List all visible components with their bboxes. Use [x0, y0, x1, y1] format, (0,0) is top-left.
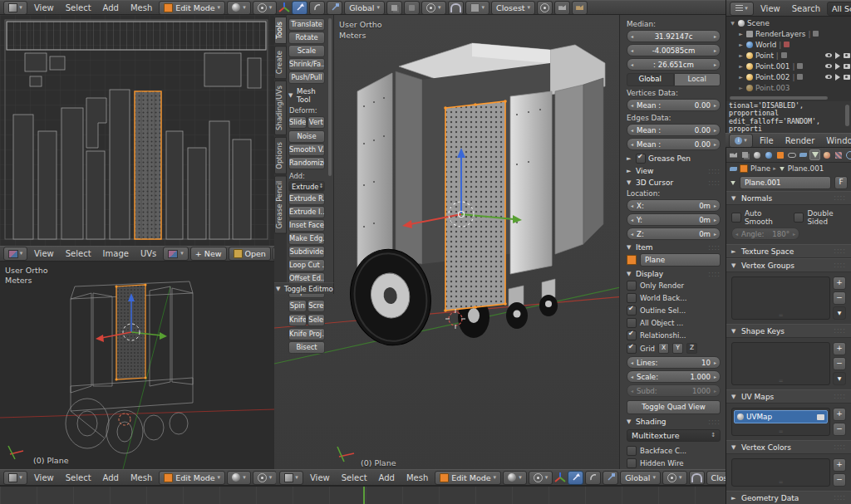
info-menu-render[interactable]: Render	[780, 136, 820, 145]
center-menu-select[interactable]: Select	[337, 473, 372, 482]
tab-constraints[interactable]	[786, 149, 797, 160]
cursor-panel-header[interactable]: ▼3D Cursor::::	[627, 179, 721, 187]
panel-grip-icon[interactable]: ::::	[708, 418, 721, 426]
snap-element-dropdown[interactable]: ▾	[465, 1, 490, 15]
view-panel-header[interactable]: ►View::::	[627, 167, 721, 175]
auto-smooth-checkbox[interactable]	[731, 213, 741, 223]
info-menu-file[interactable]: File	[755, 136, 779, 145]
center-snap-toggle[interactable]	[689, 471, 705, 485]
grid-lines-field[interactable]: ◂Lines:10▸	[627, 356, 721, 369]
randomize-button[interactable]: Randomize	[288, 157, 325, 169]
global-toggle[interactable]: Global	[627, 73, 674, 86]
vertex-color-remove-button[interactable]: −	[833, 473, 846, 487]
info-menu-window[interactable]: Window	[821, 136, 851, 145]
grid-z-toggle[interactable]: Z	[686, 343, 697, 354]
vertex-slide-button[interactable]: Vert	[307, 116, 326, 129]
fake-user-button[interactable]: F	[834, 176, 848, 189]
local-toggle[interactable]: Local	[674, 73, 721, 86]
translate-button[interactable]: Translate	[288, 18, 325, 31]
outline-selected-checkbox[interactable]	[627, 306, 637, 316]
knife-button[interactable]: Knife	[288, 314, 307, 326]
left-menu-view[interactable]: View	[29, 473, 59, 482]
uv-maps-panel-header[interactable]: ▼UV Maps::::	[726, 389, 851, 404]
tab-render-layers[interactable]	[740, 149, 750, 160]
render-animation-icon[interactable]	[572, 1, 588, 15]
cursor-x-field[interactable]: ◂X:0m▸	[627, 199, 721, 212]
vertex-colors-list[interactable]	[731, 458, 830, 487]
rotate-manipulator-button[interactable]	[309, 1, 325, 15]
outliner-display-dropdown[interactable]: All Scenes	[827, 2, 851, 16]
tab-scene[interactable]	[751, 149, 762, 160]
image-datablock-dropdown[interactable]: ▾	[163, 247, 189, 261]
backface-culling-checkbox[interactable]	[627, 446, 637, 456]
tab-physics[interactable]	[844, 149, 851, 160]
shading-panel-header[interactable]: ▼Shading::::	[627, 418, 721, 426]
panel-grip-icon[interactable]: ::::	[708, 244, 721, 252]
visibility-eye-icon[interactable]	[825, 53, 832, 57]
relationship-lines-checkbox[interactable]	[627, 330, 637, 340]
proportional-editing-dropdown[interactable]: ▾	[421, 1, 446, 15]
menu-select[interactable]: Select	[61, 3, 96, 12]
left-menu-mesh[interactable]: Mesh	[125, 473, 157, 482]
breadcrumb-data[interactable]: Plane.001	[788, 164, 824, 173]
vertex-group-add-button[interactable]: +	[833, 276, 846, 290]
panel-grip-icon[interactable]: ::::	[708, 179, 721, 187]
extrude-menu[interactable]: Extrude↕	[288, 181, 325, 192]
current-frame-marker[interactable]	[363, 487, 365, 504]
normals-panel-header[interactable]: ▼Normals::::	[726, 191, 851, 205]
wireframe-viewport[interactable]: User Ortho Meters (0) Plane	[0, 262, 275, 469]
cursor-z-field[interactable]: ◂Z:0m▸	[627, 228, 721, 240]
render-still-icon[interactable]	[554, 1, 570, 15]
vertex-color-add-button[interactable]: +	[833, 458, 846, 472]
image-open-button[interactable]: Open	[229, 247, 271, 261]
subdivide-button[interactable]: Subdivide	[288, 246, 325, 258]
uv-editor-canvas[interactable]	[0, 15, 275, 246]
knife-project-button[interactable]: Knife Proj...	[288, 328, 325, 340]
info-log[interactable]: tional='DISABLED', proportional edit_fal…	[726, 101, 851, 133]
center-shading-dropdown[interactable]: ▾	[503, 471, 527, 485]
panel-grip-icon[interactable]: ::::	[834, 443, 846, 451]
selectability-icon[interactable]	[835, 63, 840, 70]
outliner-row-world[interactable]: ►World|	[726, 39, 851, 50]
center-mode-dropdown[interactable]: Edit Mode▾	[435, 471, 501, 485]
uvmap-list-item[interactable]: UVMap	[734, 410, 828, 423]
display-panel-header[interactable]: ▼Display::::	[627, 270, 721, 278]
vertex-group-remove-button[interactable]: −	[833, 291, 846, 305]
edges-mean-field-2[interactable]: ◂Mean :0.00▸	[627, 138, 721, 150]
pivot-dropdown[interactable]: ▾	[253, 1, 278, 15]
tab-shading-uvs[interactable]: Shading/UVs	[274, 81, 287, 135]
image-new-button[interactable]: +New	[190, 247, 227, 261]
uv-menu-view[interactable]: View	[29, 249, 59, 258]
vertices-mean-field[interactable]: ◂Mean :0.00▸	[627, 99, 721, 111]
mesh-tools-panel-header[interactable]: ▼Mesh Tool	[288, 87, 325, 104]
renderability-icon[interactable]	[844, 64, 850, 69]
make-edge-face-button[interactable]: Make Edg...	[288, 232, 325, 245]
mode-dropdown[interactable]: Edit Mode▾	[159, 1, 225, 15]
panel-grip-icon[interactable]: ::::	[708, 168, 721, 175]
grid-floor-checkbox[interactable]	[627, 344, 637, 354]
operator-redo-panel[interactable]: ▼ Toggle Editmode	[274, 282, 334, 294]
bisect-button[interactable]: Bisect	[288, 341, 325, 354]
grease-pencil-panel-header[interactable]: ►Grease Pen	[627, 154, 721, 164]
edge-slide-button[interactable]: Slide	[288, 116, 307, 129]
tab-material[interactable]	[821, 149, 832, 160]
expander-icon[interactable]: ►	[738, 74, 744, 80]
left-mode-dropdown[interactable]: Edit Mode▾	[159, 471, 225, 485]
vertex-groups-list[interactable]	[731, 276, 830, 320]
uv-menu-image[interactable]: Image	[98, 249, 134, 258]
screw-button[interactable]: Scre	[307, 300, 326, 312]
uvmap-remove-button[interactable]: −	[833, 423, 846, 436]
edges-mean-field-1[interactable]: ◂Mean :0.00▸	[627, 124, 721, 136]
scale-manipulator-button[interactable]	[327, 1, 342, 15]
menu-view[interactable]: View	[29, 3, 59, 12]
outliner-row-renderlayers[interactable]: ►RenderLayers|	[726, 28, 851, 39]
grid-x-toggle[interactable]: X	[658, 343, 669, 354]
active-render-icon[interactable]	[817, 414, 824, 420]
panel-grip-icon[interactable]: ::::	[834, 327, 846, 335]
shrink-fatten-button[interactable]: Shrink/Fa...	[288, 58, 325, 71]
only-render-checkbox[interactable]	[627, 281, 637, 291]
timeline[interactable]	[0, 486, 726, 504]
outliner-menu-search[interactable]: Search	[787, 4, 825, 13]
left-menu-add[interactable]: Add	[98, 473, 124, 482]
panel-grip-icon[interactable]: ::::	[708, 271, 721, 278]
